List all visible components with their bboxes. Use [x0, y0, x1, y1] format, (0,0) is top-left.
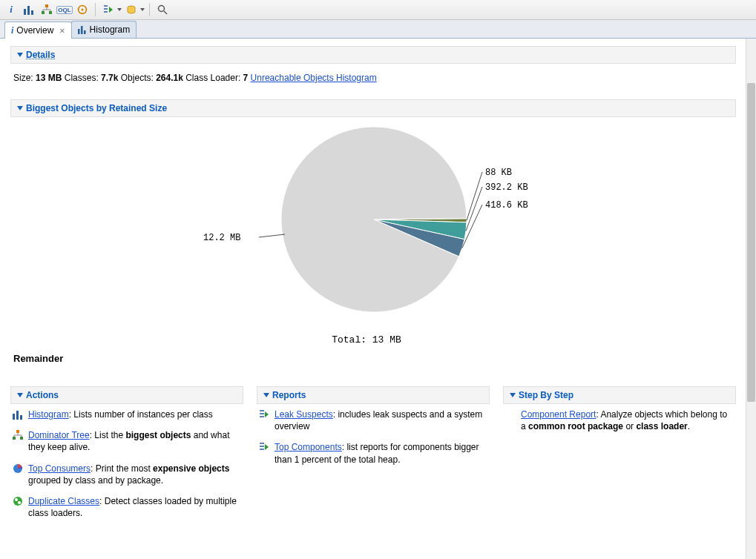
- svg-line-14: [467, 172, 482, 220]
- svg-rect-17: [13, 414, 15, 420]
- svg-rect-3: [45, 4, 48, 7]
- action-link[interactable]: Histogram: [28, 409, 69, 420]
- thread-overview-icon[interactable]: [74, 1, 91, 18]
- content-scroll[interactable]: Details Size: 13 MB Classes: 7.7k Object…: [0, 39, 746, 559]
- svg-line-13: [259, 234, 285, 237]
- svg-rect-18: [16, 411, 19, 420]
- section-title: Details: [26, 50, 55, 60]
- svg-rect-20: [16, 430, 19, 433]
- columns: Actions Histogram: Lists number of insta…: [10, 386, 736, 523]
- details-line: Size: 13 MB Classes: 7.7k Objects: 264.1…: [10, 64, 736, 83]
- vertical-scrollbar[interactable]: [746, 39, 756, 559]
- tab-label: Overview: [16, 25, 53, 36]
- pie-chart: 12.2 MB 88 KB 392.2 KB 418.6 KB Total: 1…: [10, 123, 723, 345]
- text: class loader: [636, 421, 687, 431]
- search-icon[interactable]: [154, 1, 171, 18]
- action-link[interactable]: Top Consumers: [28, 463, 91, 474]
- step-link[interactable]: Component Report: [521, 409, 596, 420]
- svg-rect-22: [20, 437, 23, 440]
- svg-point-7: [82, 9, 84, 11]
- histogram-icon: [12, 408, 24, 420]
- section-biggest-header[interactable]: Biggest Objects by Retained Size: [10, 99, 736, 117]
- action-link[interactable]: Duplicate Classes: [28, 496, 99, 506]
- slice-label: 12.2 MB: [203, 233, 240, 243]
- run-report-button[interactable]: [100, 1, 122, 18]
- toolbar-separator: [149, 3, 150, 16]
- query-browser-button[interactable]: [123, 1, 145, 18]
- chevron-down-icon: [117, 8, 122, 11]
- action-top-consumers: Top Consumers: Print the most expensive …: [10, 458, 243, 491]
- svg-rect-10: [78, 29, 80, 34]
- report-top-components: Top Components: list reports for compone…: [257, 437, 490, 469]
- oql-icon[interactable]: OQL: [56, 1, 73, 18]
- section-details-header[interactable]: Details: [10, 46, 736, 64]
- scrollbar-thumb[interactable]: [747, 83, 755, 402]
- col-actions: Actions Histogram: Lists number of insta…: [10, 386, 243, 523]
- value: 13 MB: [36, 73, 62, 83]
- svg-point-25: [15, 498, 18, 501]
- toolbar-separator: [95, 3, 96, 16]
- text: : Print the most: [91, 463, 153, 474]
- report-leak-suspects: Leak Suspects: includes leak suspects an…: [257, 404, 490, 437]
- label: Objects:: [121, 73, 154, 83]
- svg-rect-19: [20, 415, 22, 420]
- action-duplicate-classes: Duplicate Classes: Detect classes loaded…: [10, 491, 243, 523]
- svg-rect-2: [31, 10, 33, 15]
- text: .: [688, 421, 690, 431]
- tab-histogram[interactable]: Histogram: [71, 21, 137, 38]
- pie-svg: [10, 123, 723, 331]
- section-step-header[interactable]: Step By Step: [503, 386, 736, 404]
- text: grouped by class and by package.: [28, 475, 163, 486]
- text: : List the: [90, 430, 126, 440]
- close-icon[interactable]: ✕: [59, 25, 65, 36]
- disclosure-triangle-icon: [17, 106, 23, 110]
- report-link[interactable]: Leak Suspects: [275, 409, 333, 420]
- histogram-icon: [78, 25, 87, 34]
- disclosure-triangle-icon: [17, 53, 23, 57]
- col-reports: Reports Leak Suspects: includes leak sus…: [257, 386, 490, 523]
- action-dominator-tree: Dominator Tree: List the biggest objects…: [10, 425, 243, 457]
- step-component-report: Component Report: Analyze objects which …: [503, 404, 736, 437]
- main-toolbar: i OQL: [0, 0, 756, 20]
- label: Class Loader:: [185, 73, 240, 83]
- disclosure-triangle-icon: [510, 393, 516, 397]
- section-title: Step By Step: [519, 390, 573, 400]
- section-title: Actions: [26, 390, 59, 400]
- text: : Lists number of instances per class: [69, 409, 213, 420]
- label: Classes:: [65, 73, 99, 83]
- text: or: [623, 421, 636, 431]
- action-link[interactable]: Dominator Tree: [28, 430, 90, 440]
- col-step: Step By Step Component Report: Analyze o…: [503, 386, 736, 523]
- section-actions-header[interactable]: Actions: [10, 386, 243, 404]
- dominator-tree-icon[interactable]: [39, 1, 55, 18]
- svg-rect-1: [27, 6, 30, 15]
- svg-rect-5: [49, 11, 52, 14]
- slice-label: 392.2 KB: [485, 182, 528, 193]
- pie-icon: [12, 463, 24, 474]
- tab-strip: i Overview ✕ Histogram: [0, 20, 756, 39]
- text: expensive objects: [153, 463, 229, 474]
- report-icon: [258, 441, 270, 453]
- info-icon: i: [11, 25, 13, 36]
- value: 7.7k: [101, 73, 118, 83]
- pie-total: Total: 13 MB: [10, 334, 723, 345]
- main-area: Details Size: 13 MB Classes: 7.7k Object…: [0, 39, 756, 559]
- tab-overview[interactable]: i Overview ✕: [4, 22, 72, 39]
- slice-label: 418.6 KB: [485, 200, 528, 211]
- text: common root package: [528, 421, 623, 431]
- histogram-icon[interactable]: [21, 1, 37, 18]
- section-title: Reports: [272, 390, 306, 400]
- text: biggest objects: [125, 430, 191, 440]
- info-icon[interactable]: i: [3, 1, 19, 18]
- section-reports-header[interactable]: Reports: [257, 386, 490, 404]
- svg-point-24: [13, 497, 22, 506]
- duplicate-icon: [12, 495, 24, 507]
- unreachable-link[interactable]: Unreachable Objects Histogram: [251, 73, 377, 83]
- remainder-label: Remainder: [13, 353, 736, 364]
- chevron-down-icon: [140, 8, 145, 11]
- report-link[interactable]: Top Components: [275, 442, 342, 452]
- value: 264.1k: [156, 73, 183, 83]
- svg-point-26: [18, 501, 21, 504]
- label: Size:: [13, 73, 33, 83]
- svg-rect-12: [84, 30, 86, 34]
